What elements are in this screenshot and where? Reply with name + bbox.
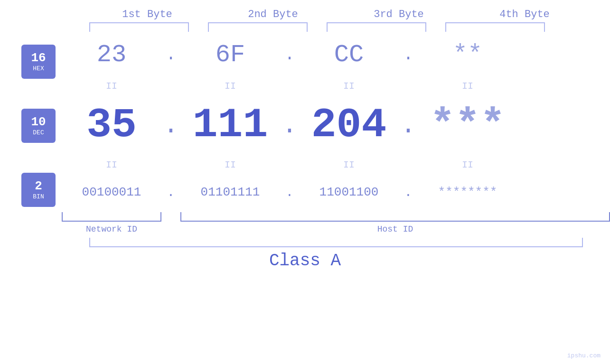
dec-cell-4: ***: [418, 104, 517, 146]
dot-dec-3: .: [399, 111, 418, 140]
network-bracket: [62, 212, 161, 222]
byte-headers: 1st Byte 2nd Byte 3rd Byte 4th Byte: [84, 9, 588, 20]
badges-column: 16 HEX 10 DEC 2 BIN: [0, 32, 62, 234]
main-body: 16 HEX 10 DEC 2 BIN: [0, 32, 610, 234]
dec-cell-1: 35: [62, 104, 161, 146]
dec-row: 35 . 111 . 204 . ***: [62, 94, 610, 156]
bin-row: 00100011 . 01101111 . 11001100 .: [62, 173, 610, 211]
eq2-2: II: [180, 159, 280, 170]
hex-cell-3: CC: [299, 41, 399, 69]
host-bracket: [180, 212, 610, 222]
watermark: ipshu.com: [567, 352, 601, 359]
byte-header-3: 3rd Byte: [349, 9, 449, 20]
dot-hex-3: .: [399, 45, 418, 65]
hex-cell-2: 6F: [180, 41, 280, 69]
eq2-4: II: [418, 159, 517, 170]
equals-row-1: II II II II: [62, 77, 610, 94]
top-bracket-1: [89, 22, 189, 32]
bin-cell-4: ********: [418, 185, 517, 199]
dec-cell-3: 204: [299, 104, 399, 146]
class-label: Class A: [269, 251, 341, 271]
byte-header-4: 4th Byte: [475, 9, 574, 20]
bottom-brackets: [62, 212, 610, 223]
top-bracket-2: [208, 22, 308, 32]
main-container: 1st Byte 2nd Byte 3rd Byte 4th Byte 16 H…: [0, 0, 610, 364]
top-brackets: [89, 22, 583, 32]
dot-hex-2: .: [280, 45, 299, 65]
big-bottom-bracket: [89, 238, 583, 247]
bin-cell-3: 11001100: [299, 185, 399, 199]
top-bracket-4: [445, 22, 545, 32]
values-area: 23 . 6F . CC . **: [62, 32, 610, 234]
hex-cell-4: **: [418, 41, 517, 69]
dot-hex-1: .: [161, 45, 180, 65]
top-bracket-3: [327, 22, 426, 32]
bin-cell-2: 01101111: [180, 185, 280, 199]
badge-bin: 2 BIN: [21, 173, 56, 207]
dot-bin-2: .: [280, 185, 299, 200]
dot-dec-2: .: [280, 111, 299, 140]
byte-header-1: 1st Byte: [97, 9, 197, 20]
dot-dec-1: .: [161, 111, 180, 140]
bin-cell-1: 00100011: [62, 185, 161, 199]
eq-2: II: [180, 81, 280, 92]
dot-bin-3: .: [399, 185, 418, 200]
eq-1: II: [62, 81, 161, 92]
eq-4: II: [418, 81, 517, 92]
byte-header-2: 2nd Byte: [223, 9, 323, 20]
dot-bin-1: .: [161, 185, 180, 200]
badge-dec: 10 DEC: [21, 109, 56, 143]
dec-cell-2: 111: [180, 104, 280, 146]
eq2-3: II: [299, 159, 399, 170]
id-labels-row: Network ID Host ID: [62, 224, 610, 234]
equals-row-2: II II II II: [62, 156, 610, 173]
network-id-label: Network ID: [62, 224, 161, 234]
bottom-section: Class A: [0, 238, 610, 271]
hex-row: 23 . 6F . CC . **: [62, 32, 610, 77]
hex-cell-1: 23: [62, 41, 161, 69]
eq2-1: II: [62, 159, 161, 170]
host-id-label: Host ID: [180, 224, 610, 234]
eq-3: II: [299, 81, 399, 92]
badge-hex: 16 HEX: [21, 45, 56, 79]
